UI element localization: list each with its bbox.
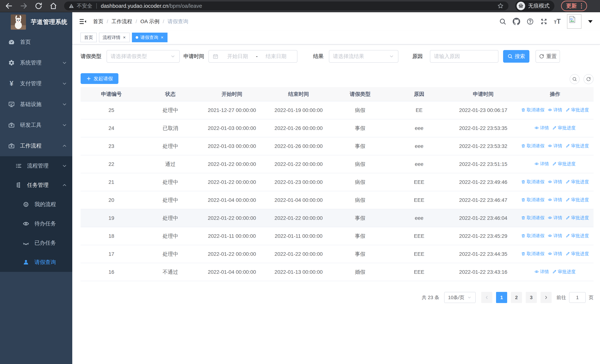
tab-leave-query[interactable]: 请假查询× (132, 33, 168, 42)
action-detail-link[interactable]: 详情 (548, 215, 562, 221)
action-detail-link[interactable]: 详情 (534, 161, 549, 167)
action-progress-link[interactable]: 审批进度 (552, 125, 576, 131)
font-size-icon[interactable]: TT (554, 18, 561, 25)
action-progress-link[interactable]: 审批进度 (565, 233, 589, 239)
cell-reason: EEE (388, 227, 450, 245)
action-detail-link[interactable]: 详情 (548, 197, 562, 203)
page-button-3[interactable]: 3 (526, 292, 537, 303)
sidebar-item-leave-query[interactable]: 请假查询 (0, 253, 72, 272)
action-cancel-link[interactable]: 取消请假 (521, 251, 544, 257)
help-icon[interactable] (526, 18, 534, 25)
action-progress-link[interactable]: 审批进度 (565, 179, 589, 185)
cell-actions: 取消请假详情审批进度 (517, 209, 593, 227)
breadcrumb-item[interactable]: 首页 (93, 18, 103, 25)
update-label[interactable]: 更新 (566, 2, 577, 10)
avatar-caret-icon[interactable] (588, 20, 593, 23)
action-detail-link[interactable]: 详情 (548, 107, 562, 113)
start-date-placeholder: 开始日期 (220, 53, 255, 60)
sidebar-item-todo-tasks[interactable]: 待办任务 (0, 214, 72, 233)
search-icon[interactable] (499, 18, 506, 25)
sidebar-toggle-icon[interactable] (79, 18, 87, 25)
sidebar-item-devtools[interactable]: 研发工具 (0, 115, 72, 135)
home-button[interactable] (49, 2, 57, 10)
address-bar[interactable]: 不安全 dashboard.yudao.iocoder.cn/bpm/oa/le… (64, 1, 508, 10)
cell-type: 事假 (332, 119, 388, 137)
cell-reason: eee (388, 137, 450, 155)
pen-icon (565, 197, 570, 202)
sidebar-item-workflow[interactable]: 工作流程 (0, 135, 72, 156)
apply-time-range-picker[interactable]: 开始日期 - 结束日期 (208, 50, 297, 63)
action-progress-link[interactable]: 审批进度 (552, 269, 576, 275)
action-detail-link[interactable]: 详情 (548, 251, 562, 257)
action-detail-link[interactable]: 详情 (548, 179, 562, 185)
tab-process-detail[interactable]: 流程详情× (99, 33, 130, 42)
sidebar-item-done-tasks[interactable]: 已办任务 (0, 233, 72, 253)
table-refresh-button[interactable] (583, 74, 593, 84)
create-leave-button[interactable]: 发起请假 (81, 73, 118, 84)
tab-close-icon[interactable]: × (123, 35, 126, 40)
tab-home[interactable]: 首页 (80, 33, 97, 42)
action-cancel-link[interactable]: 取消请假 (521, 215, 544, 221)
next-page-button[interactable] (541, 292, 552, 303)
breadcrumb-item[interactable]: 工作流程 (112, 18, 132, 25)
bookmark-star-icon[interactable] (497, 2, 504, 9)
sidebar-item-system[interactable]: 系统管理 (0, 52, 72, 73)
sidebar-item-process-mgmt[interactable]: 流程管理 (0, 156, 72, 176)
action-cancel-link[interactable]: 取消请假 (521, 143, 544, 149)
action-progress-link[interactable]: 审批进度 (552, 161, 576, 167)
cell-id: 22 (81, 155, 142, 173)
reset-button[interactable]: 重置 (535, 50, 560, 63)
url-text[interactable]: dashboard.yudao.iocoder.cn/bpm/oa/leave (101, 3, 202, 9)
action-progress-link[interactable]: 审批进度 (565, 197, 589, 203)
breadcrumb-item[interactable]: OA 示例 (141, 18, 159, 25)
trash-icon (521, 215, 525, 220)
action-detail-link[interactable]: 详情 (534, 125, 549, 131)
browser-menu-icon[interactable] (578, 2, 585, 9)
action-progress-link[interactable]: 审批进度 (565, 251, 589, 257)
goto-page-input[interactable] (569, 292, 586, 303)
leave-type-select[interactable]: 请选择请假类型 (107, 50, 180, 63)
cell-actions: 详情审批进度 (517, 263, 593, 281)
sidebar-item-payment[interactable]: ¥支付管理 (0, 73, 72, 94)
action-progress-link[interactable]: 审批进度 (565, 107, 589, 113)
prev-page-button[interactable] (481, 292, 492, 303)
action-cancel-link[interactable]: 取消请假 (521, 197, 544, 203)
sidebar-item-task-mgmt[interactable]: 任务管理 (0, 176, 72, 195)
result-select[interactable]: 请选择流结果 (329, 50, 398, 63)
table-search-toggle-button[interactable] (570, 74, 580, 84)
logo-row[interactable]: 芋道管理系统 (0, 12, 72, 32)
action-progress-link[interactable]: 审批进度 (565, 215, 589, 221)
page-button-1[interactable]: 1 (496, 292, 507, 303)
avatar[interactable] (567, 14, 581, 29)
cell-start: 2022-01-22 00:00:00 (199, 155, 265, 173)
sidebar-item-infra[interactable]: 基础设施 (0, 94, 72, 115)
action-cancel-link[interactable]: 取消请假 (521, 233, 544, 239)
back-button[interactable] (5, 2, 13, 10)
action-cancel-link[interactable]: 取消请假 (521, 107, 544, 113)
tab-close-icon[interactable]: × (160, 35, 164, 40)
search-icon (572, 76, 577, 82)
action-detail-link[interactable]: 详情 (548, 233, 562, 239)
github-icon[interactable] (513, 18, 520, 25)
page-button-2[interactable]: 2 (511, 292, 522, 303)
reason-label: 原因 (412, 50, 423, 63)
page-size-select[interactable]: 10条/页 (444, 292, 476, 303)
security-label[interactable]: 不安全 (77, 2, 92, 9)
cell-reason: eee (388, 155, 450, 173)
reload-button[interactable] (35, 2, 43, 10)
action-detail-link[interactable]: 详情 (534, 269, 549, 275)
action-cancel-link[interactable]: 取消请假 (521, 179, 544, 185)
sidebar-item-my-process[interactable]: 我的流程 (0, 195, 72, 214)
cell-id: 23 (81, 137, 142, 155)
trash-icon (521, 180, 525, 184)
update-button[interactable]: 更新 (561, 1, 587, 11)
cell-end: 2022-01-19 00:00:00 (265, 101, 332, 119)
reason-input[interactable] (434, 53, 494, 59)
sidebar-item-home[interactable]: 首页 (0, 32, 72, 52)
action-detail-link[interactable]: 详情 (548, 143, 562, 149)
search-button[interactable]: 搜索 (503, 50, 529, 63)
forward-button[interactable] (20, 2, 28, 10)
action-progress-link[interactable]: 审批进度 (565, 143, 589, 149)
fullscreen-icon[interactable] (540, 18, 548, 25)
cell-id: 21 (81, 173, 142, 191)
